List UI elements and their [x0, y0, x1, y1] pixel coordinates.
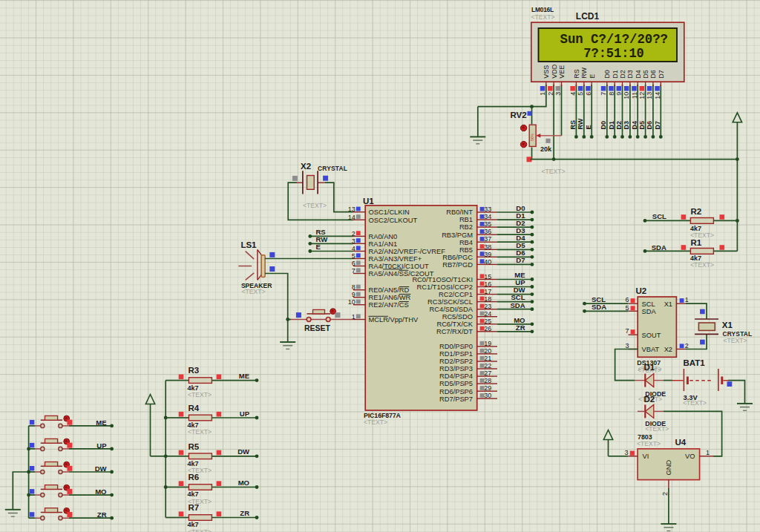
svg-text:7: 7	[625, 327, 629, 335]
svg-text:4k7: 4k7	[188, 521, 199, 528]
svg-text:RB3/PGM: RB3/PGM	[442, 231, 473, 239]
svg-text:<TEXT>: <TEXT>	[542, 168, 566, 175]
svg-text:U1: U1	[363, 197, 374, 206]
svg-text:10: 10	[348, 298, 356, 306]
svg-text:RD4/PSP4: RD4/PSP4	[439, 372, 473, 380]
svg-text:GND: GND	[665, 460, 672, 476]
svg-text:SCL: SCL	[652, 212, 666, 220]
svg-text:X1: X1	[664, 301, 672, 308]
svg-text:4k7: 4k7	[188, 421, 199, 429]
svg-text:ZR: ZR	[240, 509, 249, 517]
svg-text:CRYSTAL: CRYSTAL	[318, 165, 347, 172]
svg-text:4k7: 4k7	[188, 384, 199, 392]
svg-text:2: 2	[661, 492, 669, 496]
svg-text:3: 3	[624, 449, 628, 456]
svg-text:LCD1: LCD1	[576, 11, 600, 22]
svg-text:X2: X2	[664, 346, 672, 353]
svg-text:DW: DW	[95, 464, 107, 473]
svg-text:D1: D1	[644, 363, 655, 372]
svg-text:7: 7	[600, 92, 607, 96]
svg-text:RA0/AN0: RA0/AN0	[369, 233, 398, 240]
svg-text:RA3/AN3/VREF+: RA3/AN3/VREF+	[369, 255, 422, 263]
svg-text:<TEXT>: <TEXT>	[303, 202, 327, 209]
svg-text:VSS: VSS	[543, 65, 550, 79]
svg-text:4k7: 4k7	[188, 490, 199, 498]
svg-text:1: 1	[706, 449, 710, 456]
svg-text:RC4/SDI/SDA: RC4/SDI/SDA	[430, 306, 474, 313]
svg-text:RS: RS	[569, 120, 577, 130]
svg-text:D3: D3	[626, 70, 634, 79]
svg-text:25: 25	[484, 318, 491, 325]
svg-text:RC6/TX/CK: RC6/TX/CK	[436, 321, 473, 328]
svg-text:D5: D5	[638, 121, 646, 130]
svg-text:D5: D5	[642, 70, 649, 79]
svg-text:VEE: VEE	[558, 65, 566, 79]
svg-text:DW: DW	[238, 447, 249, 456]
svg-text:<TEXT>: <TEXT>	[188, 428, 212, 436]
svg-text:D4: D4	[635, 70, 642, 79]
svg-text:D4: D4	[631, 121, 638, 130]
svg-text:5: 5	[577, 92, 584, 96]
svg-text:RB2: RB2	[459, 223, 473, 231]
svg-text:10: 10	[623, 92, 630, 99]
svg-text:RC5/SDO: RC5/SDO	[442, 313, 473, 321]
svg-text:E: E	[589, 74, 596, 79]
svg-text:RD7/PSP7: RD7/PSP7	[439, 395, 473, 403]
svg-text:D7: D7	[658, 70, 665, 79]
svg-text:D2: D2	[619, 70, 626, 79]
svg-text:<TEXT>: <TEXT>	[690, 231, 714, 239]
svg-text:16: 16	[484, 280, 491, 288]
svg-text:6: 6	[625, 296, 629, 303]
svg-text:RS: RS	[573, 69, 580, 79]
svg-text:RC1/T1OSI/CCP2: RC1/T1OSI/CCP2	[417, 283, 473, 291]
svg-text:21: 21	[484, 355, 491, 362]
svg-text:13: 13	[646, 92, 653, 99]
svg-text:PIC16F877A: PIC16F877A	[364, 412, 402, 419]
svg-text:D0: D0	[603, 70, 611, 79]
svg-text:SDA: SDA	[592, 303, 606, 311]
svg-text:12: 12	[638, 92, 646, 99]
svg-text:LS1: LS1	[240, 240, 257, 249]
svg-text:D2: D2	[644, 395, 655, 404]
svg-text:1: 1	[539, 92, 546, 96]
svg-text:E: E	[316, 243, 321, 251]
svg-text:RB6/PGC: RB6/PGC	[442, 254, 473, 261]
svg-text:9: 9	[352, 291, 356, 298]
svg-text:26: 26	[484, 325, 491, 332]
svg-text:4: 4	[569, 92, 577, 96]
svg-text:RB7/PGD: RB7/PGD	[442, 261, 473, 269]
svg-text:34: 34	[484, 213, 491, 220]
svg-text:RB4: RB4	[459, 239, 473, 246]
svg-text:3: 3	[625, 342, 629, 349]
svg-text:RA1/AN1: RA1/AN1	[369, 240, 398, 248]
svg-text:ME: ME	[96, 418, 106, 427]
svg-text:14: 14	[654, 92, 661, 99]
svg-text:RB5: RB5	[459, 246, 473, 254]
svg-text:19: 19	[484, 340, 491, 347]
svg-text:33: 33	[484, 206, 491, 213]
svg-text:20: 20	[484, 347, 491, 355]
svg-text:RW: RW	[580, 67, 588, 78]
svg-text:SDA: SDA	[652, 243, 666, 252]
svg-text:1: 1	[685, 296, 689, 303]
svg-text:D6: D6	[649, 70, 657, 79]
svg-text:SDA: SDA	[642, 308, 657, 315]
svg-text:MO: MO	[238, 479, 249, 487]
svg-text:<TEXT>: <TEXT>	[724, 337, 747, 344]
svg-text:U4: U4	[675, 438, 687, 447]
svg-text:ME: ME	[239, 372, 249, 380]
svg-text:R1: R1	[691, 238, 702, 247]
svg-text:X1: X1	[722, 321, 733, 329]
svg-text:<TEXT>: <TEXT>	[637, 440, 661, 447]
svg-text:D3: D3	[623, 121, 630, 130]
svg-text:<TEXT>: <TEXT>	[683, 399, 707, 407]
svg-text:9: 9	[615, 92, 623, 96]
svg-text:39: 39	[484, 251, 491, 258]
svg-text:RE2/AN7/CS: RE2/AN7/CS	[369, 301, 409, 309]
svg-text:17: 17	[484, 288, 491, 295]
svg-text:50%: 50%	[530, 133, 534, 141]
svg-text:38: 38	[484, 243, 491, 251]
svg-text:24: 24	[484, 310, 491, 318]
svg-text:MCLR/Vpp/THV: MCLR/Vpp/THV	[369, 316, 419, 324]
svg-text:BAT1: BAT1	[684, 358, 706, 367]
